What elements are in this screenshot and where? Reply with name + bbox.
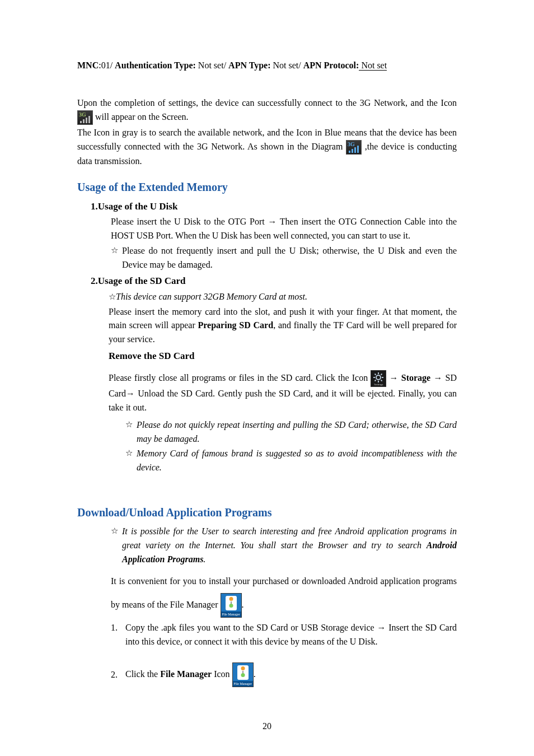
list-text-2: Click the File Manager Icon File Manager… (125, 662, 457, 687)
settings-caption: Settings (371, 382, 386, 387)
list-text-1: Copy the .apk files you want to the SD C… (125, 621, 457, 649)
subsection-u-disk: 1.Usage of the U Disk (91, 199, 457, 214)
sd-insert-paragraph: Please insert the memory card into the s… (109, 305, 457, 347)
file-manager-icon: File Manager (232, 662, 254, 687)
intro-text-1b: will appear on the Screen. (95, 112, 189, 122)
file-manager-icon: File Manager (221, 593, 242, 618)
star-icon: ☆ (109, 292, 116, 301)
apn-type-value: Not set/ (270, 60, 303, 70)
dl-p1b: . (242, 600, 244, 609)
li2b: File Manager (160, 669, 212, 679)
section-download-unload: Download/Unload Application Programs (77, 504, 457, 521)
remove-sd-warn2-text: Memory Card of famous brand is suggested… (137, 447, 457, 475)
list-item: 1. Copy the .apk files you want to the S… (111, 621, 457, 649)
remove-sd-warning-2: ☆ Memory Card of famous brand is suggest… (125, 447, 457, 475)
dl-p1a: It is convenient for you to install your… (111, 576, 457, 609)
apn-settings-line: MNC:01/ Authentication Type: Not set/ AP… (77, 59, 457, 73)
sd-support-text: This device can support 32GB Memory Card… (116, 292, 307, 301)
svg-line-7 (375, 380, 376, 381)
rm-text-c: Storage (401, 373, 430, 382)
rm-text-a: Please firstly close all programs or fil… (109, 373, 371, 382)
li2d: . (254, 669, 256, 679)
apn-proto-value: Not set (359, 60, 387, 71)
fm-caption-2: File Manager (233, 681, 253, 687)
remove-sd-warn1-text: Please do not quickly repeat inserting a… (137, 418, 457, 446)
list-number-1: 1. (111, 621, 125, 649)
mnc-label: MNC (77, 60, 99, 70)
3g-blue-icon (346, 140, 362, 155)
svg-line-5 (375, 374, 376, 375)
auth-label: Authentication Type: (115, 60, 196, 70)
list-item: 2. Click the File Manager Icon File Mana… (111, 662, 457, 687)
intro-paragraph-2: The Icon in gray is to search the availa… (77, 126, 457, 169)
dl-star-c: . (203, 554, 205, 564)
remove-sd-paragraph: Please firstly close all programs or fil… (109, 370, 457, 415)
intro-paragraph-1: Upon the completion of settings, the dev… (77, 96, 457, 125)
list-number-2: 2. (111, 668, 125, 682)
page-number: 20 (0, 720, 534, 734)
download-note: ☆ It is possible for the User to search … (111, 525, 457, 566)
li2c: Icon (212, 669, 232, 679)
subsection-remove-sd: Remove the SD Card (109, 349, 457, 363)
star-icon: ☆ (111, 525, 122, 566)
section-extended-memory: Usage of the Extended Memory (77, 179, 457, 196)
star-icon: ☆ (111, 244, 122, 272)
sd-p1b: Preparing SD Card (198, 320, 274, 330)
rm-text-b: → (390, 373, 401, 382)
dl-star-a: It is possible for the User to search in… (122, 526, 457, 550)
install-paragraph: It is convenient for you to install your… (111, 570, 457, 618)
svg-line-6 (381, 380, 382, 381)
fm-caption: File Manager (221, 612, 241, 617)
document-page: MNC:01/ Authentication Type: Not set/ AP… (0, 0, 534, 756)
u-disk-warning-text: Please do not frequently insert and pull… (122, 244, 457, 272)
subsection-sd-card: 2.Usage of the SD Card (91, 274, 457, 288)
star-icon: ☆ (125, 447, 137, 475)
intro-text-1a: Upon the completion of settings, the dev… (77, 98, 457, 108)
3g-gray-icon (77, 110, 93, 125)
apn-proto-label: APN Protocol: (303, 60, 359, 70)
svg-point-0 (376, 375, 381, 380)
auth-value: Not set/ (196, 60, 228, 70)
u-disk-paragraph: Please insert the U Disk to the OTG Port… (111, 215, 457, 243)
download-note-text: It is possible for the User to search in… (122, 525, 457, 566)
remove-sd-warning-1: ☆ Please do not quickly repeat inserting… (125, 418, 457, 446)
apn-type-label: APN Type: (228, 60, 270, 70)
u-disk-warning: ☆ Please do not frequently insert and pu… (111, 244, 457, 272)
star-icon: ☆ (125, 418, 137, 446)
sd-support-note: ☆This device can support 32GB Memory Car… (109, 290, 457, 304)
settings-icon: Settings (371, 370, 386, 387)
mnc-value: :01/ (99, 60, 115, 70)
svg-line-8 (381, 374, 382, 375)
li2a: Click the (125, 669, 160, 679)
